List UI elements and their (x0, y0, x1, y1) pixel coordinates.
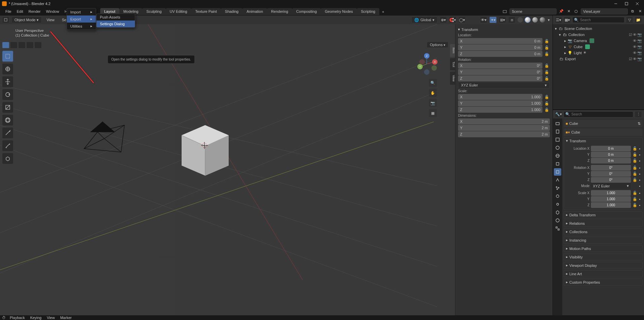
ptab-modifier[interactable] (554, 176, 561, 184)
nav-camera-icon[interactable]: 📷 (429, 99, 437, 107)
viewlayer-remove-icon[interactable]: ✕ (637, 9, 643, 14)
shade-matprev-icon[interactable] (532, 17, 538, 23)
ptab-object[interactable] (554, 168, 561, 176)
pr-sclx-lock-icon[interactable]: 🔓 (632, 190, 638, 196)
ptab-particles[interactable] (554, 184, 561, 192)
ps-lineart[interactable]: ▸ Line Art (564, 271, 642, 277)
ptab-material[interactable] (554, 217, 561, 224)
tool-transform[interactable] (2, 114, 13, 126)
scene-browse-icon[interactable] (502, 9, 507, 14)
prop-breadcrumb[interactable]: ■Cube ⇅ (564, 120, 643, 127)
rot-z-lock-icon[interactable]: 🔓 (544, 75, 550, 81)
pr-sclx-field[interactable]: 1.000 (591, 190, 631, 196)
tab-anim[interactable]: Animation (242, 8, 267, 15)
props-search[interactable]: 🔍 (564, 111, 633, 117)
submenu-settings-dialog[interactable]: Settings Dialog (97, 21, 135, 27)
tl-playback[interactable]: Playback (7, 315, 28, 320)
ptab-world[interactable] (554, 152, 561, 159)
tab-sculpting[interactable]: Sculpting (142, 8, 165, 15)
tool-select-box[interactable] (2, 50, 13, 62)
close-button[interactable] (633, 1, 642, 7)
scene-new-icon[interactable]: ✕ (566, 9, 571, 14)
scl-x-field[interactable]: X1.000 (458, 94, 542, 100)
pr-rotz-field[interactable]: 0° (591, 177, 631, 183)
outliner-camera[interactable]: ▸📷 Camera 👁📷 (554, 38, 643, 44)
ptab-output[interactable] (554, 128, 561, 135)
maximize-button[interactable] (622, 1, 631, 7)
rot-mode-dropdown[interactable]: XYZ Euler▾ (458, 82, 550, 88)
nav-persp-icon[interactable]: ▦ (429, 109, 437, 117)
loc-x-lock-icon[interactable]: 🔓 (544, 38, 550, 44)
tab-uv[interactable]: UV Editing (166, 8, 191, 15)
rot-z-field[interactable]: Z0° (458, 75, 542, 81)
tab-add[interactable]: + (379, 8, 387, 15)
tab-render[interactable]: Rendering (267, 8, 292, 15)
tool-rotate[interactable] (2, 89, 13, 100)
rot-x-field[interactable]: X0° (458, 63, 542, 69)
np-transform-head[interactable]: ▾ Transform (458, 26, 550, 33)
viewport-3d[interactable]: Options ▾ User Perspective (1) Collectio… (0, 24, 553, 315)
tool-annotate[interactable] (2, 127, 13, 139)
tool-addcube[interactable] (2, 153, 13, 164)
menu-render[interactable]: Render (26, 8, 43, 14)
rot-x-lock-icon[interactable]: 🔓 (544, 63, 550, 69)
pr-sclz-lock-icon[interactable]: 🔓 (632, 203, 638, 208)
pr-sclz-field[interactable]: 1.000 (591, 202, 631, 208)
gizmo-negx-icon[interactable] (419, 59, 425, 65)
outliner-editor-icon[interactable]: ☰▾ (555, 16, 562, 23)
menu-edit[interactable]: Edit (14, 8, 26, 14)
selmode-a[interactable] (2, 42, 9, 48)
scl-z-field[interactable]: Z1.000 (458, 107, 542, 113)
tool-scale[interactable] (2, 102, 13, 113)
gizmo-toggle-icon[interactable]: ✦▾ (489, 16, 497, 23)
tab-geo[interactable]: Geometry Nodes (321, 8, 357, 15)
ps-transform-head[interactable]: ▾ Transform (564, 138, 642, 144)
shade-rendered-icon[interactable] (540, 17, 545, 23)
outliner-export[interactable]: 🗀 Export ☑👁📷 (554, 56, 643, 62)
tab-shading[interactable]: Shading (221, 8, 242, 15)
tab-texpaint[interactable]: Texture Paint (191, 8, 221, 15)
pivot-icon[interactable]: ⊕▾ (440, 16, 447, 23)
nav-pan-icon[interactable]: ✋ (429, 89, 437, 97)
snap-icon[interactable]: 🧲▾ (449, 16, 456, 23)
ptab-data[interactable] (554, 209, 561, 216)
viewlayer-field[interactable]: ViewLayer (581, 8, 628, 14)
selmode-c[interactable] (18, 42, 26, 48)
viewlayer-new-icon[interactable]: ⧉ (630, 9, 635, 14)
outliner-collection[interactable]: ▾🗀 Collection ☑👁📷 (554, 32, 643, 38)
editor-type-icon[interactable] (2, 16, 9, 23)
menu-window[interactable]: Window (43, 8, 62, 14)
gizmo-x-icon[interactable]: X (432, 59, 438, 65)
loc-z-field[interactable]: Z0 m (458, 51, 542, 57)
gizmo-y-icon[interactable]: Y (417, 64, 423, 69)
rot-y-field[interactable]: Y0° (458, 69, 542, 75)
tool-move[interactable] (2, 76, 13, 87)
scene-pin-icon[interactable]: 📌 (559, 9, 564, 14)
nav-gizmo[interactable]: X Y Z (415, 52, 439, 76)
submenu-utilities[interactable]: Utilities▸ (67, 23, 96, 30)
tl-view[interactable]: View (44, 315, 58, 320)
pr-locy-field[interactable]: 0 m (591, 152, 631, 157)
loc-z-lock-icon[interactable]: 🔓 (544, 51, 550, 57)
scl-y-lock-icon[interactable]: 🔓 (544, 100, 550, 106)
gizmo-negz-icon[interactable] (424, 69, 429, 75)
submenu-export[interactable]: Export▸ (67, 15, 96, 23)
viewlayer-browse-icon[interactable] (573, 9, 579, 14)
pr-locy-lock-icon[interactable]: 🔓 (632, 152, 638, 157)
ps-delta[interactable]: ▸ Delta Transform (564, 212, 642, 218)
ps-instancing[interactable]: ▸ Instancing (564, 237, 642, 243)
submenu-push-assets[interactable]: Push Assets (97, 14, 135, 21)
ptab-physics[interactable] (554, 192, 561, 200)
minimize-button[interactable] (611, 1, 620, 7)
tool-cursor[interactable] (2, 63, 13, 75)
outliner-cube[interactable]: ▸▽ Cube 👁📷 (554, 44, 643, 50)
pr-roty-field[interactable]: 0° (591, 171, 631, 177)
props-editor-icon[interactable]: 🔧▾ (555, 111, 562, 118)
shade-wire-icon[interactable] (518, 17, 523, 23)
pr-scly-lock-icon[interactable]: 🔓 (632, 197, 638, 202)
ptab-texture[interactable] (554, 225, 561, 232)
pr-roty-lock-icon[interactable]: 🔓 (632, 171, 638, 177)
orientation-dropdown[interactable]: 🌐 Global ▾ (411, 16, 438, 23)
overlay-toggle-icon[interactable]: ⊞▾ (499, 16, 506, 23)
dim-y-field[interactable]: Y2 m (458, 125, 550, 131)
